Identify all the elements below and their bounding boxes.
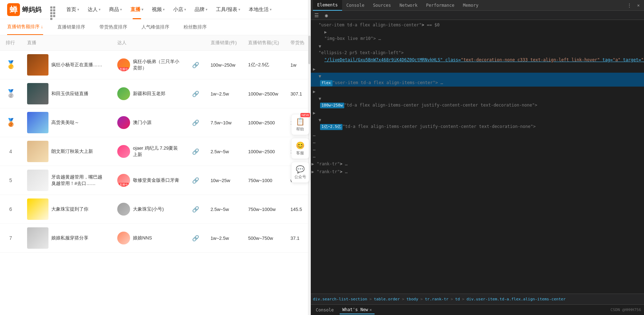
float-btn-label: 公众号 — [294, 174, 306, 180]
devtools-code-content[interactable]: "user-item td-a flex align-items-center"… — [310, 20, 644, 294]
breadcrumb-item[interactable]: tr.rank-tr — [425, 297, 448, 301]
stream-thumbnail[interactable] — [27, 227, 48, 249]
code-line-15[interactable]: ▶ — [310, 109, 644, 117]
devtools-tab-sources[interactable]: Sources — [369, 0, 395, 11]
code-line-13[interactable]: ▼ 100w~250w"td-a flex align-items-center… — [310, 95, 644, 109]
scrollbar-thumb[interactable] — [308, 36, 310, 64]
filter-tab-直播销量排序[interactable]: 直播销量排序 — [57, 24, 85, 35]
code-line-9[interactable]: ▼ flex"user-item td-a flex align-items-c… — [310, 73, 644, 87]
footer-tab-close[interactable]: ✕ — [370, 308, 372, 312]
filter-tab-人气峰值排序[interactable]: 人气峰值排序 — [141, 24, 169, 35]
breadcrumb-separator: > — [369, 297, 372, 301]
nav-item-视频[interactable]: 视频 ▾ — [148, 0, 169, 19]
devtools-tab-memory[interactable]: Memory — [459, 0, 483, 11]
footer-tab-what's-new[interactable]: What's New✕ — [340, 306, 375, 314]
devtools-ctrl-btn[interactable]: ⋮ — [626, 2, 633, 9]
anchor-avatar[interactable] — [117, 232, 130, 244]
float-btn-icon: 💬 — [296, 165, 305, 174]
table-row[interactable]: 6 大象珠宝提到了你 大象珠宝(小号) 🔗2.5w~5w750w~1000w14… — [0, 195, 310, 224]
code-line-16[interactable]: ▼ 1亿~2.5亿"td-a flex align-items-center j… — [310, 117, 644, 130]
devtools-tab-elements[interactable]: Elements — [313, 0, 342, 11]
nav-item-本地生活[interactable]: 本地生活 ▾ — [244, 0, 276, 19]
code-line-8[interactable]: ▶ — [310, 66, 644, 73]
breadcrumb-item[interactable]: td — [455, 297, 460, 301]
breadcrumb-separator: > — [450, 297, 453, 301]
relation-icon[interactable]: 🔗 — [192, 149, 199, 155]
code-content: … — [311, 153, 644, 159]
table-row[interactable]: 7 娘娘私服穿搭分享 娘娘NNS 🔗1w~2.5w500w~750w37.1 — [0, 224, 310, 253]
filter-tab-粉丝数排序[interactable]: 粉丝数排序 — [184, 24, 207, 35]
devtools-inspect-btn[interactable]: ☰ — [313, 12, 320, 19]
code-line-19[interactable]: … — [310, 138, 644, 145]
sales-amount: 1000w~2500 — [248, 120, 275, 125]
breadcrumb-item[interactable]: div.user-item.td-a.flex.align-items-cent… — [467, 297, 566, 301]
table-row[interactable]: 🥈 和田玉供应链直播 新疆和田玉老郑 🔗1w~2.5w1000w~2500w30… — [0, 79, 310, 108]
table-row[interactable]: 5 牙齿越黄越管用，嘴巴越臭越管用！#去口…… 直播中 敬修堂黄金版香口牙膏 🔗… — [0, 166, 310, 195]
code-line-25[interactable]: ▶ "rank-tr"> … — [310, 168, 644, 175]
nav-item-首页[interactable]: 首页 ▾ — [62, 0, 83, 19]
anchor-avatar[interactable]: 直播中 — [117, 174, 130, 187]
stream-thumbnail[interactable] — [27, 198, 48, 220]
sales-amount: 750w~1000 — [248, 178, 272, 183]
anchor-info: 新疆和田玉老郑 — [117, 87, 181, 100]
relation-icon[interactable]: 🔗 — [192, 177, 199, 184]
devtools-tab-console[interactable]: Console — [342, 0, 369, 11]
devtools-tab-network[interactable]: Network — [395, 0, 422, 11]
relation-icon[interactable]: 🔗 — [192, 120, 199, 126]
code-line-23[interactable]: ▶ "rank-tr"> … — [310, 160, 644, 167]
anchor-avatar[interactable] — [117, 145, 130, 158]
nav-item-小店[interactable]: 小店 ▾ — [169, 0, 190, 19]
code-line-4[interactable]: "/liveDetail/Gxu5BnW7x468r9iK4D6Z0QctMRN… — [310, 56, 644, 63]
sales-count-cell: 1w~2.5w — [205, 224, 243, 253]
filter-tab-直播销售额排序[interactable]: 直播销售额排序 ↓ — [7, 24, 43, 35]
table-row[interactable]: 🥉 高货美美哒～ 澳门小源 🔗7.5w~10w1000w~25001 — [0, 108, 310, 137]
table-row[interactable]: 🥇 疯狂小杨哥正在直播…… 直播中 疯狂小杨弟（三只羊小卖部） 🔗100w~25… — [0, 51, 310, 79]
breadcrumb-item[interactable]: table.order — [374, 297, 400, 301]
stream-thumbnail[interactable] — [27, 141, 48, 162]
code-line-1[interactable]: ▶ "img-box live mr10"> … — [310, 29, 644, 42]
sales-count: 7.5w~10w — [211, 120, 232, 125]
relation-icon[interactable]: 🔗 — [192, 206, 199, 212]
anchor-avatar[interactable] — [117, 116, 130, 129]
stream-thumbnail[interactable] — [27, 83, 48, 104]
float-btn-icon: 📋 — [296, 117, 305, 126]
nav-item-品牌[interactable]: 品牌 ▾ — [190, 0, 212, 19]
nav-item-工具/报表[interactable]: 工具/报表 ▾ — [212, 0, 244, 19]
devtools-ctrl-btn[interactable]: ✕ — [636, 2, 641, 9]
devtools-device-btn[interactable]: ◉ — [323, 12, 330, 19]
filter-tab-带货热度排序[interactable]: 带货热度排序 — [99, 24, 127, 35]
footer-tab-console[interactable]: Console — [313, 306, 337, 314]
code-line-20[interactable]: … — [310, 145, 644, 153]
code-line-12[interactable]: ▶ — [310, 88, 644, 95]
rank-cell: 🥇 — [0, 51, 21, 79]
relation-icon[interactable]: 🔗 — [192, 62, 199, 68]
breadcrumb-item[interactable]: div.search-list-section — [313, 297, 367, 301]
breadcrumb-item[interactable]: tbody — [406, 297, 418, 301]
code-line-21[interactable]: … — [310, 153, 644, 160]
table-row[interactable]: 4 朗文斯汀秋装大上新 ojaer 鸡纪儿 7.29夏装上新 🔗2.5w~5w1… — [0, 137, 310, 166]
relation-icon[interactable]: 🔗 — [192, 235, 199, 241]
logo-icon: 蝉 — [7, 3, 20, 16]
float-menu-btn-客服[interactable]: 😊 客服 — [291, 138, 309, 159]
float-menu-btn-帮助[interactable]: NEW 📋 帮助 — [291, 114, 309, 135]
anchor-avatar[interactable]: 直播中 — [117, 58, 130, 71]
anchor-avatar[interactable] — [117, 203, 130, 216]
hot-value: 37.1 — [290, 236, 299, 241]
grid-icon[interactable] — [48, 5, 58, 15]
anchor-avatar[interactable] — [117, 87, 130, 100]
float-menu-btn-公众号[interactable]: 💬 公众号 — [291, 162, 309, 183]
nav-item-达人[interactable]: 达人 ▾ — [83, 0, 105, 19]
stream-thumbnail[interactable] — [27, 170, 48, 191]
devtools-tab-performance[interactable]: Performance — [422, 0, 459, 11]
code-content: … — [311, 131, 644, 138]
code-line-0[interactable]: "user-item td-a flex align-items-center"… — [310, 21, 644, 29]
nav-item-商品[interactable]: 商品 ▾ — [105, 0, 126, 19]
relation-icon[interactable]: 🔗 — [192, 91, 199, 97]
code-line-3[interactable]: ▼ "ellipsis-2 pr5 text-align-left"> — [310, 43, 644, 56]
data-table[interactable]: 排行直播达人直播销量(件)直播销售额(元)带货热 🥇 疯狂小杨哥正在直播…… 直… — [0, 35, 310, 315]
stream-thumbnail[interactable] — [27, 112, 48, 133]
nav-item-直播[interactable]: 直播 ▾ — [126, 0, 148, 19]
stream-cell: 朗文斯汀秋装大上新 — [21, 137, 112, 166]
code-line-18[interactable]: … — [310, 131, 644, 138]
stream-thumbnail[interactable] — [27, 54, 48, 76]
